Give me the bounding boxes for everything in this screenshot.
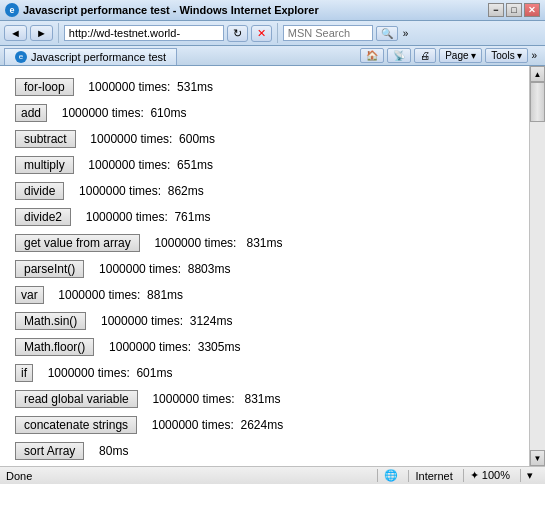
ie-logo-icon: e bbox=[5, 3, 19, 17]
test-row-math-sin: Math.sin() 1000000 times: 3124ms bbox=[15, 310, 514, 332]
math-floor-button[interactable]: Math.floor() bbox=[15, 338, 94, 356]
test-row-parseint: parseInt() 1000000 times: 8803ms bbox=[15, 258, 514, 280]
status-done: Done bbox=[6, 470, 369, 482]
test-row-get-value: get value from array 1000000 times: 831m… bbox=[15, 232, 514, 254]
address-bar[interactable] bbox=[64, 25, 224, 41]
test-row-sort-array: sort Array 80ms bbox=[15, 440, 514, 462]
test-row-multiply: multiply 1000000 times: 651ms bbox=[15, 154, 514, 176]
scrollbar-track[interactable] bbox=[530, 82, 545, 450]
test-row-divide: divide 1000000 times: 862ms bbox=[15, 180, 514, 202]
scrollbar-thumb[interactable] bbox=[530, 82, 545, 122]
divide2-button[interactable]: divide2 bbox=[15, 208, 71, 226]
multiply-button[interactable]: multiply bbox=[15, 156, 74, 174]
search-button[interactable]: 🔍 bbox=[376, 26, 398, 41]
scroll-down-arrow[interactable]: ▼ bbox=[530, 450, 545, 466]
page-button[interactable]: Page ▾ bbox=[439, 48, 482, 63]
nav-bar: ◄ ► ↻ ✕ 🔍 » bbox=[0, 21, 545, 46]
tools-button[interactable]: Tools ▾ bbox=[485, 48, 528, 63]
close-button[interactable]: ✕ bbox=[524, 3, 540, 17]
status-bar: Done 🌐 Internet ✦ 100% ▾ bbox=[0, 466, 545, 484]
subtract-result: 1000000 times: 600ms bbox=[84, 132, 215, 146]
parseint-button[interactable]: parseInt() bbox=[15, 260, 84, 278]
status-internet-icon: 🌐 bbox=[377, 469, 404, 482]
divide-button[interactable]: divide bbox=[15, 182, 64, 200]
content-area: for-loop 1000000 times: 531ms add 100000… bbox=[0, 66, 529, 466]
status-zone-label: Internet bbox=[408, 470, 458, 482]
toolbar-right: 🏠 📡 🖨 Page ▾ Tools ▾ » bbox=[356, 48, 541, 65]
for-loop-result: 1000000 times: 531ms bbox=[82, 80, 213, 94]
tab-js-perf[interactable]: e Javascript performance test bbox=[4, 48, 177, 65]
toolbar-more: » bbox=[531, 50, 537, 61]
read-global-result: 1000000 times: 831ms bbox=[146, 392, 281, 406]
test-row-divide2: divide2 1000000 times: 761ms bbox=[15, 206, 514, 228]
search-input[interactable] bbox=[283, 25, 373, 41]
tabs-bar: e Javascript performance test 🏠 📡 🖨 Page… bbox=[0, 46, 545, 66]
stop-button[interactable]: ✕ bbox=[251, 25, 272, 42]
parseint-result: 1000000 times: 8803ms bbox=[92, 262, 230, 276]
print-button[interactable]: 🖨 bbox=[414, 48, 436, 63]
add-result: 1000000 times: 610ms bbox=[55, 106, 186, 120]
nav-more: » bbox=[403, 28, 409, 39]
var-button[interactable]: var bbox=[15, 286, 44, 304]
forward-button[interactable]: ► bbox=[30, 25, 53, 41]
for-loop-button[interactable]: for-loop bbox=[15, 78, 74, 96]
divide2-result: 1000000 times: 761ms bbox=[79, 210, 210, 224]
window-controls: − □ ✕ bbox=[488, 3, 540, 17]
divide-result: 1000000 times: 862ms bbox=[72, 184, 203, 198]
concat-strings-button[interactable]: concatenate strings bbox=[15, 416, 137, 434]
if-button[interactable]: if bbox=[15, 364, 33, 382]
multiply-result: 1000000 times: 651ms bbox=[82, 158, 213, 172]
test-row-concat-strings: concatenate strings 1000000 times: 2624m… bbox=[15, 414, 514, 436]
window-title: Javascript performance test - Windows In… bbox=[23, 4, 484, 16]
add-button[interactable]: add bbox=[15, 104, 47, 122]
back-button[interactable]: ◄ bbox=[4, 25, 27, 41]
tab-label: Javascript performance test bbox=[31, 51, 166, 63]
get-value-result: 1000000 times: 831ms bbox=[148, 236, 283, 250]
math-sin-result: 1000000 times: 3124ms bbox=[94, 314, 232, 328]
maximize-button[interactable]: □ bbox=[506, 3, 522, 17]
var-result: 1000000 times: 881ms bbox=[52, 288, 183, 302]
read-global-button[interactable]: read global variable bbox=[15, 390, 138, 408]
math-sin-button[interactable]: Math.sin() bbox=[15, 312, 86, 330]
minimize-button[interactable]: − bbox=[488, 3, 504, 17]
scroll-up-arrow[interactable]: ▲ bbox=[530, 66, 545, 82]
if-result: 1000000 times: 601ms bbox=[41, 366, 172, 380]
subtract-button[interactable]: subtract bbox=[15, 130, 76, 148]
refresh-button[interactable]: ↻ bbox=[227, 25, 248, 42]
test-row-read-global: read global variable 1000000 times: 831m… bbox=[15, 388, 514, 410]
test-row-add: add 1000000 times: 610ms bbox=[15, 102, 514, 124]
status-zone-area: 🌐 Internet ✦ 100% ▾ bbox=[377, 469, 539, 482]
get-value-button[interactable]: get value from array bbox=[15, 234, 140, 252]
sort-array-button[interactable]: sort Array bbox=[15, 442, 84, 460]
nav-divider bbox=[58, 23, 59, 43]
test-row-math-floor: Math.floor() 1000000 times: 3305ms bbox=[15, 336, 514, 358]
test-row-for-loop: for-loop 1000000 times: 531ms bbox=[15, 76, 514, 98]
status-zoom-arrow[interactable]: ▾ bbox=[520, 469, 539, 482]
feeds-button[interactable]: 📡 bbox=[387, 48, 411, 63]
math-floor-result: 1000000 times: 3305ms bbox=[102, 340, 240, 354]
tab-ie-icon: e bbox=[15, 51, 27, 63]
test-row-var: var 1000000 times: 881ms bbox=[15, 284, 514, 306]
sort-array-result: 80ms bbox=[92, 444, 128, 458]
nav-divider-2 bbox=[277, 23, 278, 43]
status-zoom: ✦ 100% bbox=[463, 469, 516, 482]
scrollbar[interactable]: ▲ ▼ bbox=[529, 66, 545, 466]
title-bar: e Javascript performance test - Windows … bbox=[0, 0, 545, 21]
concat-strings-result: 1000000 times: 2624ms bbox=[145, 418, 283, 432]
test-row-if: if 1000000 times: 601ms bbox=[15, 362, 514, 384]
test-row-subtract: subtract 1000000 times: 600ms bbox=[15, 128, 514, 150]
home-button[interactable]: 🏠 bbox=[360, 48, 384, 63]
content-wrapper: for-loop 1000000 times: 531ms add 100000… bbox=[0, 66, 545, 466]
